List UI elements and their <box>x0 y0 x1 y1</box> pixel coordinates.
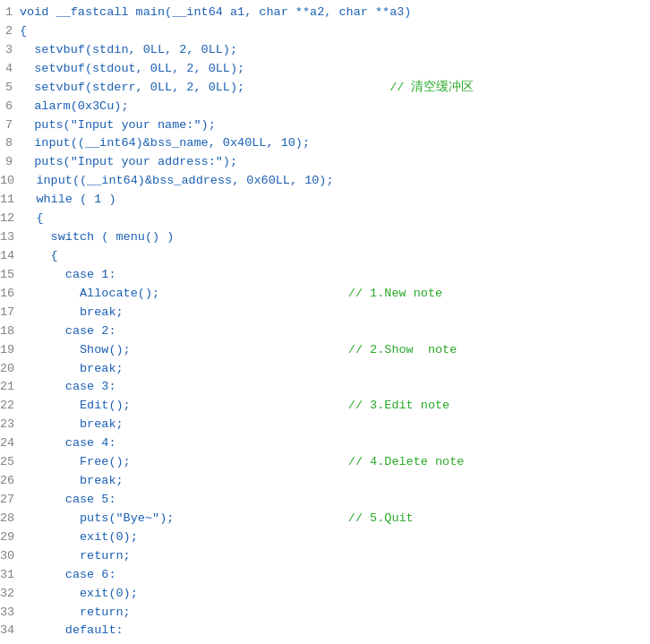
comment: // 3.Edit note <box>131 399 449 412</box>
line-content: alarm(0x3Cu); <box>20 98 650 116</box>
line-number: 17 <box>0 304 21 322</box>
code-token: puts("Input your name:"); <box>20 118 216 132</box>
line-content: { <box>21 210 650 228</box>
code-line: 23 break; <box>0 416 650 434</box>
line-number: 8 <box>0 134 20 153</box>
line-content: puts("Input your address:"); <box>20 153 650 172</box>
line-number: 12 <box>0 210 21 228</box>
code-line: 16 Allocate(); // 1.New note <box>0 285 650 304</box>
line-number: 33 <box>0 604 21 623</box>
code-line: 20 break; <box>0 360 650 379</box>
code-line: 18 case 2: <box>0 322 650 341</box>
code-line: 33 return; <box>0 604 650 623</box>
line-number: 30 <box>0 547 21 566</box>
code-token: case 2: <box>21 324 115 338</box>
code-token: Free(); <box>21 455 131 468</box>
line-number: 5 <box>0 79 20 98</box>
line-content: default: <box>21 622 650 640</box>
code-line: 4 setvbuf(stdout, 0LL, 2, 0LL); <box>0 60 650 79</box>
code-token: setvbuf(stderr, 0LL, 2, 0LL); <box>20 81 244 94</box>
code-token: Show(); <box>21 343 131 356</box>
code-token: { <box>20 24 27 38</box>
comment: // 清空缓冲区 <box>244 81 474 94</box>
code-line: 29 exit(0); <box>0 528 650 547</box>
code-token: exit(0); <box>21 587 138 600</box>
line-content: exit(0); <box>21 528 650 547</box>
code-line: 11 while ( 1 ) <box>0 191 650 210</box>
line-content: break; <box>21 472 650 491</box>
line-number: 10 <box>0 172 21 191</box>
line-number: 20 <box>0 360 21 379</box>
line-content: void __fastcall main(__int64 a1, char **… <box>20 4 650 22</box>
line-content: { <box>20 22 650 41</box>
line-content: { <box>21 247 650 266</box>
line-content: switch ( menu() ) <box>21 228 650 247</box>
code-line: 32 exit(0); <box>0 585 650 604</box>
code-viewer: 1void __fastcall main(__int64 a1, char *… <box>0 0 650 644</box>
code-line: 14 { <box>0 247 650 266</box>
line-content: case 5: <box>21 491 650 510</box>
line-number: 25 <box>0 453 21 472</box>
line-number: 29 <box>0 528 21 547</box>
code-token: setvbuf(stdout, 0LL, 2, 0LL); <box>20 62 244 75</box>
comment: // 5.Quit <box>174 511 413 525</box>
line-number: 2 <box>0 22 20 41</box>
code-token: break; <box>21 474 123 487</box>
code-line: 35 continue; <box>0 640 650 644</box>
line-content: setvbuf(stdout, 0LL, 2, 0LL); <box>20 60 650 79</box>
code-line: 26 break; <box>0 472 650 491</box>
line-content: case 4: <box>21 434 650 453</box>
line-content: input((__int64)&bss_name, 0x40LL, 10); <box>20 134 650 153</box>
line-number: 7 <box>0 116 20 135</box>
code-token: { <box>21 249 58 262</box>
code-token: return; <box>21 549 131 562</box>
line-content: setvbuf(stdin, 0LL, 2, 0LL); <box>20 41 650 60</box>
line-number: 11 <box>0 191 21 210</box>
code-line: 3 setvbuf(stdin, 0LL, 2, 0LL); <box>0 41 650 60</box>
code-line: 7 puts("Input your name:"); <box>0 116 650 135</box>
line-number: 35 <box>0 640 21 644</box>
code-token: break; <box>21 305 123 319</box>
code-line: 8 input((__int64)&bss_name, 0x40LL, 10); <box>0 134 650 153</box>
line-content: input((__int64)&bss_address, 0x60LL, 10)… <box>21 172 650 191</box>
code-line: 25 Free(); // 4.Delete note <box>0 453 650 472</box>
line-number: 34 <box>0 622 21 640</box>
code-token: { <box>21 211 43 225</box>
code-token: return; <box>21 605 131 619</box>
line-number: 16 <box>0 285 21 304</box>
code-line: 19 Show(); // 2.Show note <box>0 341 650 360</box>
line-content: return; <box>21 604 650 623</box>
code-line: 1void __fastcall main(__int64 a1, char *… <box>0 4 650 22</box>
code-line: 12 { <box>0 210 650 228</box>
line-number: 22 <box>0 397 21 416</box>
code-token: break; <box>21 362 123 375</box>
code-line: 10 input((__int64)&bss_address, 0x60LL, … <box>0 172 650 191</box>
line-content: return; <box>21 547 650 566</box>
code-token: case 1: <box>21 268 115 281</box>
code-token: Edit(); <box>21 399 131 412</box>
line-number: 21 <box>0 378 21 397</box>
code-line: 15 case 1: <box>0 266 650 285</box>
code-token: puts("Bye~"); <box>21 511 174 525</box>
code-line: 34 default: <box>0 622 650 640</box>
code-token: input((__int64)&bss_name, 0x40LL, 10); <box>20 136 310 150</box>
line-content: setvbuf(stderr, 0LL, 2, 0LL); // 清空缓冲区 <box>20 79 650 98</box>
line-content: Show(); // 2.Show note <box>21 341 650 360</box>
line-number: 27 <box>0 491 21 510</box>
line-number: 19 <box>0 341 21 360</box>
line-content: exit(0); <box>21 585 650 604</box>
code-token: puts("Input your address:"); <box>20 155 237 168</box>
line-content: break; <box>21 416 650 434</box>
line-content: case 6: <box>21 566 650 585</box>
code-line: 13 switch ( menu() ) <box>0 228 650 247</box>
code-line: 30 return; <box>0 547 650 566</box>
line-number: 26 <box>0 472 21 491</box>
code-token: case 3: <box>21 380 115 393</box>
code-token: Allocate(); <box>21 287 159 300</box>
code-token: input((__int64)&bss_address, 0x60LL, 10)… <box>21 174 333 187</box>
line-number: 15 <box>0 266 21 285</box>
code-line: 21 case 3: <box>0 378 650 397</box>
code-line: 2{ <box>0 22 650 41</box>
line-number: 6 <box>0 98 20 116</box>
line-content: puts("Input your name:"); <box>20 116 650 135</box>
